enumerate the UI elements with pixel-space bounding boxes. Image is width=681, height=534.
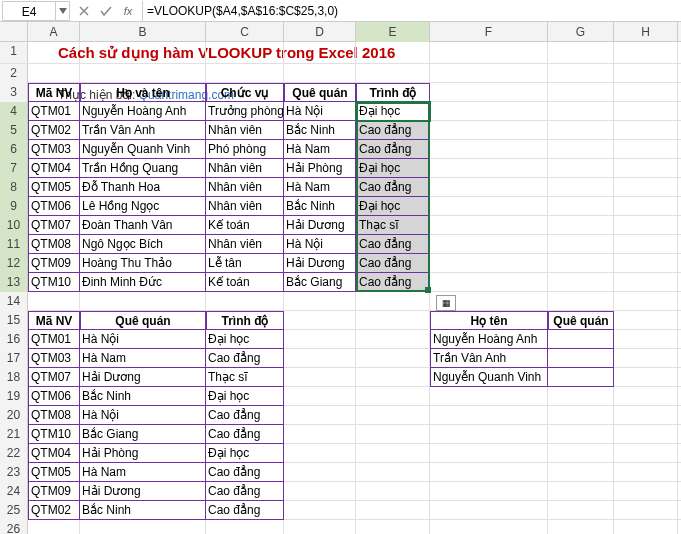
- cell[interactable]: Cao đẳng: [206, 425, 284, 444]
- cell[interactable]: Trưởng phòng: [206, 102, 284, 121]
- fx-icon[interactable]: fx: [120, 3, 136, 19]
- cancel-icon[interactable]: [76, 3, 92, 19]
- name-box-dropdown[interactable]: [56, 1, 70, 21]
- cell[interactable]: Cao đẳng: [356, 178, 430, 197]
- table1-th[interactable]: Trình độ: [356, 83, 430, 102]
- cell[interactable]: QTM09: [28, 482, 80, 501]
- cell[interactable]: Hà Nam: [284, 178, 356, 197]
- cell[interactable]: QTM10: [28, 273, 80, 292]
- col-header-H[interactable]: H: [614, 22, 678, 42]
- cell[interactable]: Nhân viên: [206, 178, 284, 197]
- row-header-25[interactable]: 25: [0, 501, 28, 520]
- cell[interactable]: QTM01: [28, 102, 80, 121]
- cell[interactable]: QTM06: [28, 387, 80, 406]
- row-header-22[interactable]: 22: [0, 444, 28, 463]
- cell[interactable]: Hải Dương: [284, 216, 356, 235]
- cell[interactable]: QTM07: [28, 368, 80, 387]
- cell[interactable]: Hà Nam: [284, 140, 356, 159]
- cell[interactable]: QTM05: [28, 178, 80, 197]
- row-header-21[interactable]: 21: [0, 425, 28, 444]
- cell[interactable]: Đinh Minh Đức: [80, 273, 206, 292]
- cell[interactable]: Trần Hồng Quang: [80, 159, 206, 178]
- table1-th[interactable]: Quê quán: [284, 83, 356, 102]
- table2-th[interactable]: Mã NV: [28, 311, 80, 330]
- cell[interactable]: Cao đẳng: [206, 406, 284, 425]
- cell[interactable]: Hải Dương: [80, 482, 206, 501]
- cell[interactable]: QTM06: [28, 197, 80, 216]
- cell[interactable]: Hà Nam: [80, 463, 206, 482]
- cell[interactable]: Cao đẳng: [356, 235, 430, 254]
- cell[interactable]: Cao đẳng: [206, 482, 284, 501]
- col-header-B[interactable]: B: [80, 22, 206, 42]
- cell[interactable]: QTM02: [28, 121, 80, 140]
- cell[interactable]: Hải Dương: [284, 254, 356, 273]
- cell[interactable]: Đại học: [206, 387, 284, 406]
- cell[interactable]: Hà Nội: [80, 330, 206, 349]
- cell[interactable]: QTM04: [28, 444, 80, 463]
- table3-th[interactable]: Quê quán: [548, 311, 614, 330]
- cell[interactable]: Nguyễn Quanh Vinh: [80, 140, 206, 159]
- cell[interactable]: QTM07: [28, 216, 80, 235]
- cell[interactable]: QTM05: [28, 463, 80, 482]
- row-header-19[interactable]: 19: [0, 387, 28, 406]
- cell[interactable]: Cao đẳng: [206, 501, 284, 520]
- cell[interactable]: Cao đẳng: [356, 121, 430, 140]
- cell[interactable]: [548, 368, 614, 387]
- cell[interactable]: QTM03: [28, 140, 80, 159]
- col-header-E[interactable]: E: [356, 22, 430, 42]
- cell[interactable]: Nhân viên: [206, 121, 284, 140]
- row-header-17[interactable]: 17: [0, 349, 28, 368]
- name-box[interactable]: E4: [2, 1, 56, 21]
- row-header-1[interactable]: 1: [0, 42, 28, 63]
- row-header-14[interactable]: 14: [0, 292, 28, 311]
- row-header-18[interactable]: 18: [0, 368, 28, 387]
- row-header-11[interactable]: 11: [0, 235, 28, 254]
- cell[interactable]: QTM10: [28, 425, 80, 444]
- cell[interactable]: Nguyễn Quanh Vinh: [430, 368, 548, 387]
- row-header-10[interactable]: 10: [0, 216, 28, 235]
- cell[interactable]: Lễ tân: [206, 254, 284, 273]
- cell[interactable]: [548, 330, 614, 349]
- cell[interactable]: Hải Phòng: [80, 444, 206, 463]
- cell[interactable]: Kế toán: [206, 273, 284, 292]
- cell[interactable]: Thạc sĩ: [356, 216, 430, 235]
- cell[interactable]: Ngô Ngọc Bích: [80, 235, 206, 254]
- col-header-F[interactable]: F: [430, 22, 548, 42]
- row-header-3[interactable]: 3: [0, 83, 28, 102]
- cell[interactable]: Cao đẳng: [356, 140, 430, 159]
- cell[interactable]: Bắc Ninh: [80, 387, 206, 406]
- cell[interactable]: Hải Dương: [80, 368, 206, 387]
- row-header-9[interactable]: 9: [0, 197, 28, 216]
- cell[interactable]: Bắc Ninh: [80, 501, 206, 520]
- cell[interactable]: Nguyễn Hoàng Anh: [430, 330, 548, 349]
- row-header-8[interactable]: 8: [0, 178, 28, 197]
- cell[interactable]: Nhân viên: [206, 235, 284, 254]
- cell[interactable]: Bắc Giang: [284, 273, 356, 292]
- table1-th[interactable]: Mã NV: [28, 83, 80, 102]
- row-header-12[interactable]: 12: [0, 254, 28, 273]
- cell[interactable]: Trần Vân Anh: [80, 121, 206, 140]
- col-header-D[interactable]: D: [284, 22, 356, 42]
- cell[interactable]: Cao đẳng: [206, 349, 284, 368]
- cell[interactable]: QTM08: [28, 406, 80, 425]
- table3-th[interactable]: Họ tên: [430, 311, 548, 330]
- cell[interactable]: Đại học: [356, 197, 430, 216]
- select-all-corner[interactable]: [0, 22, 28, 42]
- cell[interactable]: Trần Vân Anh: [430, 349, 548, 368]
- cell[interactable]: Hoàng Thu Thảo: [80, 254, 206, 273]
- cell[interactable]: Đoàn Thanh Vân: [80, 216, 206, 235]
- cell[interactable]: QTM08: [28, 235, 80, 254]
- col-header-C[interactable]: C: [206, 22, 284, 42]
- row-header-7[interactable]: 7: [0, 159, 28, 178]
- row-header-5[interactable]: 5: [0, 121, 28, 140]
- cell[interactable]: Phó phòng: [206, 140, 284, 159]
- cell[interactable]: Hải Phòng: [284, 159, 356, 178]
- enter-icon[interactable]: [98, 3, 114, 19]
- row-header-6[interactable]: 6: [0, 140, 28, 159]
- cell[interactable]: Hà Nội: [80, 406, 206, 425]
- table2-th[interactable]: Trình độ: [206, 311, 284, 330]
- cell[interactable]: [548, 349, 614, 368]
- cell[interactable]: QTM03: [28, 349, 80, 368]
- cell[interactable]: Đỗ Thanh Hoa: [80, 178, 206, 197]
- row-header-16[interactable]: 16: [0, 330, 28, 349]
